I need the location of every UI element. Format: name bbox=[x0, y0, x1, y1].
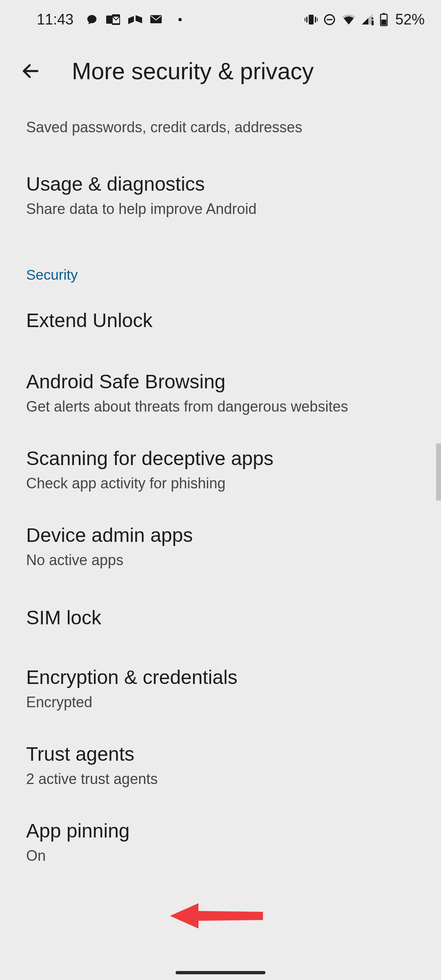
status-bar: 11:43 52% bbox=[0, 0, 441, 39]
battery-icon bbox=[380, 13, 388, 26]
svg-rect-6 bbox=[309, 15, 314, 24]
svg-marker-21 bbox=[170, 903, 263, 929]
mail-attach-icon bbox=[150, 14, 164, 25]
list-item-sub: 2 active trust agents bbox=[26, 771, 415, 788]
app-bar: More security & privacy bbox=[0, 39, 441, 111]
svg-marker-2 bbox=[128, 16, 134, 24]
list-item-sub: Check app activity for phishing bbox=[26, 475, 415, 492]
list-item-trust-agents[interactable]: Trust agents 2 active trust agents bbox=[0, 727, 441, 804]
svg-rect-10 bbox=[317, 18, 318, 21]
list-item-sub: Get alerts about threats from dangerous … bbox=[26, 398, 415, 415]
list-item-title: Usage & diagnostics bbox=[26, 172, 415, 196]
dnd-icon bbox=[323, 13, 336, 26]
settings-list[interactable]: Saved passwords, credit cards, addresses… bbox=[0, 111, 441, 881]
status-icons-right: 52% bbox=[305, 11, 425, 28]
svg-point-5 bbox=[178, 18, 182, 21]
svg-marker-14 bbox=[362, 18, 368, 24]
svg-rect-15 bbox=[372, 20, 374, 25]
svg-marker-3 bbox=[136, 15, 142, 23]
list-item-title: Trust agents bbox=[26, 742, 415, 766]
list-item-title: App pinning bbox=[26, 819, 415, 843]
scrollbar-thumb[interactable] bbox=[436, 443, 441, 501]
dot-icon bbox=[178, 18, 182, 22]
signal-icon bbox=[362, 14, 374, 25]
list-item-title: Extend Unlock bbox=[26, 308, 415, 333]
annotation-arrow bbox=[170, 898, 268, 936]
list-item-device-admin[interactable]: Device admin apps No active apps bbox=[0, 508, 441, 585]
status-icons-left bbox=[86, 13, 182, 26]
svg-rect-19 bbox=[381, 20, 386, 25]
list-item-sub: Share data to help improve Android bbox=[26, 200, 415, 218]
vibrate-icon bbox=[305, 14, 318, 25]
chat-icon bbox=[86, 13, 98, 26]
status-time: 11:43 bbox=[37, 11, 74, 28]
list-item-title: Android Safe Browsing bbox=[26, 370, 415, 394]
list-item-title: Encryption & credentials bbox=[26, 665, 415, 690]
list-item-sub: No active apps bbox=[26, 552, 415, 569]
svg-rect-7 bbox=[306, 17, 307, 22]
list-item-sim-lock[interactable]: SIM lock bbox=[0, 585, 441, 650]
wifi-icon bbox=[341, 14, 356, 25]
section-header-security: Security bbox=[0, 234, 441, 286]
list-item-usage-diagnostics[interactable]: Usage & diagnostics Share data to help i… bbox=[0, 157, 441, 234]
list-item-title: Scanning for deceptive apps bbox=[26, 446, 415, 471]
list-item-encryption[interactable]: Encryption & credentials Encrypted bbox=[0, 650, 441, 727]
arrow-back-icon bbox=[20, 61, 41, 81]
files-icon bbox=[128, 14, 142, 25]
svg-rect-9 bbox=[305, 18, 305, 21]
list-item-app-pinning[interactable]: App pinning On bbox=[0, 804, 441, 881]
back-button[interactable] bbox=[13, 53, 48, 89]
outlook-icon bbox=[106, 14, 120, 25]
battery-percent: 52% bbox=[395, 11, 425, 28]
list-item-title: Device admin apps bbox=[26, 523, 415, 548]
nav-handle[interactable] bbox=[176, 971, 265, 974]
svg-rect-18 bbox=[383, 13, 385, 15]
list-item-title: SIM lock bbox=[26, 606, 415, 630]
svg-rect-8 bbox=[315, 17, 316, 22]
svg-point-16 bbox=[371, 17, 373, 19]
list-item-safe-browsing[interactable]: Android Safe Browsing Get alerts about t… bbox=[0, 355, 441, 432]
page-title: More security & privacy bbox=[72, 58, 314, 85]
list-item-autofill-sub: Saved passwords, credit cards, addresses bbox=[0, 111, 441, 157]
list-item-extend-unlock[interactable]: Extend Unlock bbox=[0, 286, 441, 355]
list-item-deceptive-apps[interactable]: Scanning for deceptive apps Check app ac… bbox=[0, 432, 441, 508]
list-item-sub: Encrypted bbox=[26, 694, 415, 711]
list-item-sub: On bbox=[26, 847, 415, 864]
